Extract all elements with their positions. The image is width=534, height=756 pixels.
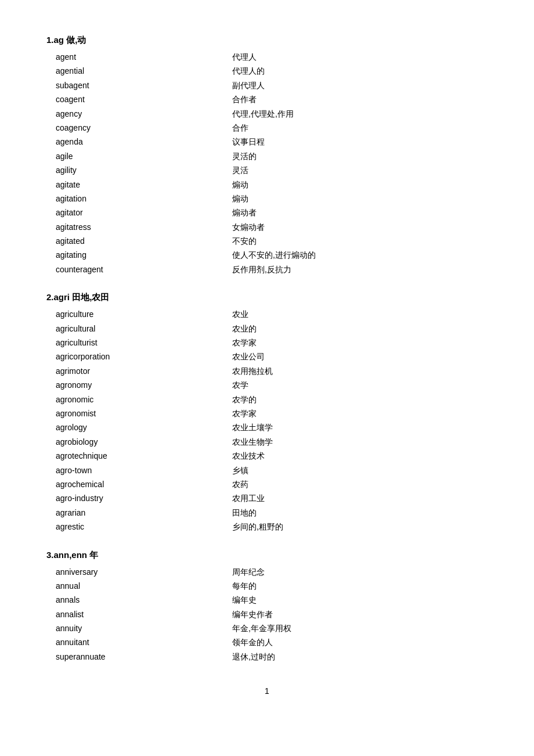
english-term: agronomy — [46, 379, 232, 391]
chinese-definition: 农药 — [232, 478, 248, 491]
chinese-definition: 煽动 — [232, 192, 248, 205]
chinese-definition: 退休,过时的 — [232, 650, 275, 663]
list-item: agitation煽动 — [46, 192, 488, 205]
list-item: annual每年的 — [46, 579, 488, 592]
list-item: agricorporation农业公司 — [46, 350, 488, 363]
chinese-definition: 农业公司 — [232, 350, 265, 363]
list-item: agriculturist农学家 — [46, 336, 488, 349]
section-ann: 3.ann,enn 年anniversary周年纪念annual每年的annal… — [46, 550, 488, 664]
chinese-definition: 煽动 — [232, 178, 248, 191]
list-item: agency代理,代理处,作用 — [46, 107, 488, 120]
section-ann-word-list: anniversary周年纪念annual每年的annals编年史annalis… — [46, 566, 488, 664]
english-term: agitated — [46, 235, 232, 247]
english-term: agile — [46, 150, 232, 163]
english-term: annual — [46, 579, 232, 592]
section-ag-header: 1.ag 做,动 — [46, 35, 488, 46]
chinese-definition: 农业技术 — [232, 449, 265, 462]
list-item: annuity年金,年金享用权 — [46, 622, 488, 635]
english-term: agrobiology — [46, 435, 232, 448]
english-term: agitation — [46, 192, 232, 205]
chinese-definition: 农业 — [232, 308, 248, 321]
chinese-definition: 农学家 — [232, 407, 257, 420]
list-item: annals编年史 — [46, 593, 488, 606]
main-content: 1.ag 做,动agent代理人agential代理人的subagent副代理人… — [46, 35, 488, 696]
chinese-definition: 代理人 — [232, 51, 257, 63]
chinese-definition: 周年纪念 — [232, 566, 265, 578]
section-ag-word-list: agent代理人agential代理人的subagent副代理人coagent合… — [46, 51, 488, 276]
english-term: agronomic — [46, 393, 232, 406]
chinese-definition: 田地的 — [232, 506, 257, 519]
list-item: agenda议事日程 — [46, 135, 488, 148]
chinese-definition: 灵活的 — [232, 150, 257, 163]
list-item: agitatress女煽动者 — [46, 221, 488, 233]
chinese-definition: 议事日程 — [232, 135, 265, 148]
english-term: coagency — [46, 121, 232, 134]
english-term: coagent — [46, 93, 232, 106]
list-item: agitating使人不安的,进行煽动的 — [46, 249, 488, 261]
section-agri-word-list: agriculture农业agricultural农业的agriculturis… — [46, 308, 488, 533]
chinese-definition: 使人不安的,进行煽动的 — [232, 249, 316, 261]
list-item: subagent副代理人 — [46, 79, 488, 92]
english-term: subagent — [46, 79, 232, 92]
chinese-definition: 代理人的 — [232, 64, 265, 77]
list-item: agrimotor农用拖拉机 — [46, 365, 488, 377]
list-item: superannuate退休,过时的 — [46, 650, 488, 663]
english-term: annuitant — [46, 636, 232, 649]
list-item: agent代理人 — [46, 51, 488, 63]
english-term: annuity — [46, 622, 232, 635]
english-term: anniversary — [46, 566, 232, 578]
english-term: agricorporation — [46, 350, 232, 363]
english-term: agrarian — [46, 506, 232, 519]
english-term: agitator — [46, 206, 232, 219]
chinese-definition: 农学 — [232, 379, 248, 391]
list-item: coagent合作者 — [46, 93, 488, 106]
list-item: annuitant领年金的人 — [46, 636, 488, 649]
english-term: agitatress — [46, 221, 232, 233]
english-term: agriculturist — [46, 336, 232, 349]
list-item: agrology农业土壤学 — [46, 421, 488, 434]
chinese-definition: 煽动者 — [232, 206, 257, 219]
section-ann-header: 3.ann,enn 年 — [46, 550, 488, 561]
list-item: agrestic乡间的,粗野的 — [46, 520, 488, 533]
list-item: anniversary周年纪念 — [46, 566, 488, 578]
list-item: annalist编年史作者 — [46, 608, 488, 621]
chinese-definition: 代理,代理处,作用 — [232, 107, 294, 120]
list-item: agriculture农业 — [46, 308, 488, 321]
list-item: agrochemical农药 — [46, 478, 488, 491]
chinese-definition: 农学家 — [232, 336, 257, 349]
chinese-definition: 农业生物学 — [232, 435, 273, 448]
list-item: agrobiology农业生物学 — [46, 435, 488, 448]
list-item: agrarian田地的 — [46, 506, 488, 519]
list-item: agitator煽动者 — [46, 206, 488, 219]
chinese-definition: 反作用剂,反抗力 — [232, 263, 291, 276]
english-term: agricultural — [46, 322, 232, 335]
english-term: agency — [46, 107, 232, 120]
english-term: annals — [46, 593, 232, 606]
english-term: agriculture — [46, 308, 232, 321]
english-term: agro-industry — [46, 492, 232, 505]
page-number: 1 — [46, 686, 488, 696]
chinese-definition: 不安的 — [232, 235, 257, 247]
english-term: agrimotor — [46, 365, 232, 377]
chinese-definition: 农学的 — [232, 393, 257, 406]
chinese-definition: 农用工业 — [232, 492, 265, 505]
chinese-definition: 乡间的,粗野的 — [232, 520, 283, 533]
list-item: agitate煽动 — [46, 178, 488, 191]
english-term: agrochemical — [46, 478, 232, 491]
english-term: agenda — [46, 135, 232, 148]
section-agri-header: 2.agri 田地,农田 — [46, 292, 488, 303]
list-item: agronomic农学的 — [46, 393, 488, 406]
english-term: agitate — [46, 178, 232, 191]
chinese-definition: 副代理人 — [232, 79, 265, 92]
chinese-definition: 年金,年金享用权 — [232, 622, 291, 635]
chinese-definition: 灵活 — [232, 164, 248, 177]
list-item: agro-industry农用工业 — [46, 492, 488, 505]
section-ag: 1.ag 做,动agent代理人agential代理人的subagent副代理人… — [46, 35, 488, 276]
chinese-definition: 编年史作者 — [232, 608, 273, 621]
chinese-definition: 农用拖拉机 — [232, 365, 273, 377]
english-term: agrotechnique — [46, 449, 232, 462]
english-term: agent — [46, 51, 232, 63]
english-term: counteragent — [46, 263, 232, 276]
english-term: agential — [46, 64, 232, 77]
list-item: agro-town乡镇 — [46, 464, 488, 477]
